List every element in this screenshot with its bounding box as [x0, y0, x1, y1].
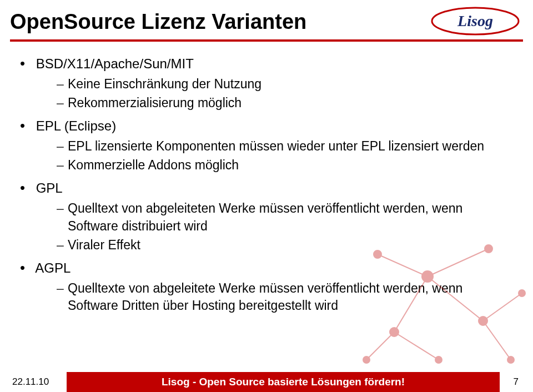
svg-line-3 — [394, 277, 428, 332]
network-graphic-icon — [344, 232, 533, 376]
lisog-logo-icon: Lisog — [429, 6, 522, 37]
logo: Lisog — [429, 6, 522, 37]
bullet-label: GPL — [36, 180, 63, 195]
logo-text: Lisog — [457, 12, 493, 29]
svg-point-13 — [479, 316, 487, 325]
sub-item: Quelltext von abgeleiteten Werke müssen … — [57, 200, 511, 234]
svg-line-5 — [366, 332, 394, 360]
svg-line-6 — [394, 332, 439, 360]
sub-item: Keine Einschränkung der Nutzung — [57, 76, 511, 93]
bullet-bsd: BSD/X11/Apache/Sun/MIT Keine Einschränku… — [32, 54, 511, 112]
sub-item: Kommerzielle Addons möglich — [57, 157, 511, 174]
sub-item: EPL lizensierte Komponenten müssen wiede… — [57, 138, 511, 155]
svg-line-8 — [483, 321, 511, 360]
bullet-epl: EPL (Eclipse) EPL lizensierte Komponente… — [32, 116, 511, 174]
svg-point-17 — [507, 356, 514, 363]
footer-date: 22.11.10 — [0, 376, 67, 388]
svg-point-14 — [363, 356, 370, 363]
svg-line-4 — [428, 277, 483, 321]
footer-page: 7 — [500, 376, 533, 388]
svg-line-7 — [483, 293, 522, 321]
svg-line-2 — [428, 249, 489, 277]
slide: Lisog OpenSource Lizenz Varianten BSD/X1… — [0, 0, 533, 392]
footer-center: Lisog - Open Source basierte Lösungen fö… — [67, 372, 500, 392]
footer: 22.11.10 Lisog - Open Source basierte Lö… — [0, 372, 533, 392]
svg-point-10 — [374, 250, 381, 258]
svg-point-12 — [390, 328, 399, 336]
svg-point-15 — [435, 356, 442, 363]
svg-line-1 — [378, 254, 428, 277]
svg-point-9 — [422, 271, 433, 282]
bullet-label: BSD/X11/Apache/Sun/MIT — [36, 56, 194, 71]
svg-point-16 — [519, 290, 525, 296]
svg-point-11 — [485, 245, 492, 253]
bullet-label: EPL (Eclipse) — [36, 118, 117, 133]
bullet-label: AGPL — [35, 260, 71, 275]
sub-item: Rekommerzialisierung möglich — [57, 94, 511, 112]
